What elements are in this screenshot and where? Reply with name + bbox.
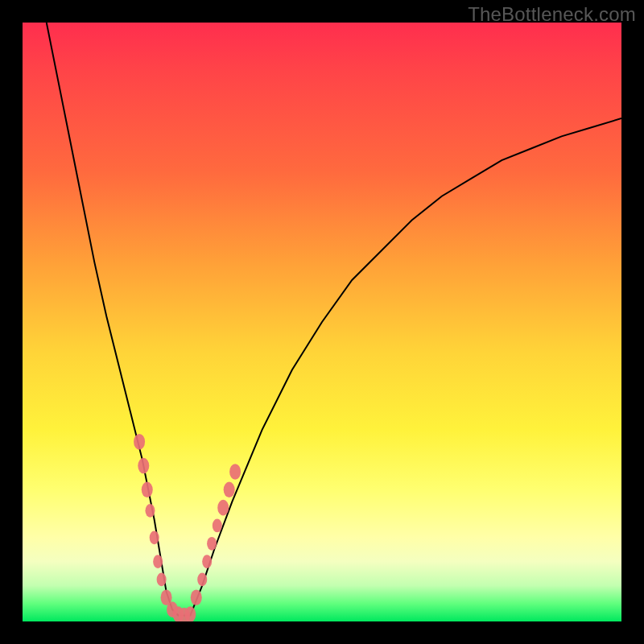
data-marker: [150, 530, 159, 544]
data-marker: [213, 519, 222, 533]
data-marker: [142, 482, 153, 498]
data-marker: [153, 555, 163, 568]
data-marker: [191, 589, 202, 605]
watermark-text: TheBottleneck.com: [468, 3, 636, 26]
data-marker: [224, 482, 235, 498]
data-marker: [157, 573, 167, 587]
bottleneck-curve: [47, 23, 621, 616]
data-marker: [207, 537, 217, 551]
data-marker: [184, 606, 196, 621]
data-marker: [229, 464, 241, 480]
data-marker: [145, 504, 155, 518]
chart-frame: TheBottleneck.com: [0, 0, 644, 644]
marker-cluster: [134, 434, 241, 621]
data-marker: [134, 434, 145, 450]
plot-area: [23, 23, 621, 621]
data-marker: [217, 500, 229, 516]
data-marker: [197, 573, 207, 587]
data-marker: [202, 555, 212, 568]
bottleneck-chart-svg: [23, 23, 621, 621]
data-marker: [138, 458, 149, 474]
